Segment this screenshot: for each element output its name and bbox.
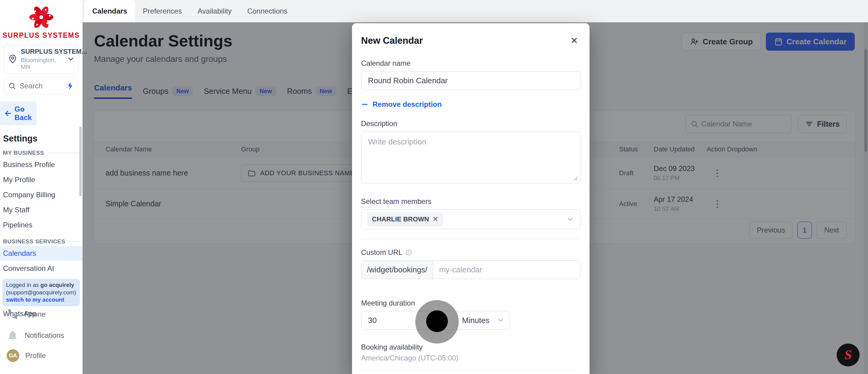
tab-preferences[interactable]: Preferences (135, 0, 190, 22)
sidebar-search[interactable]: Search (4, 78, 79, 94)
duration-unit-select[interactable]: Minutes (457, 311, 509, 329)
tab-connections[interactable]: Connections (239, 0, 295, 22)
remove-description-link[interactable]: Remove description (361, 100, 581, 109)
notifications-button[interactable]: Notifications (7, 329, 64, 341)
tab-availability[interactable]: Availability (190, 0, 239, 22)
info-icon (405, 249, 412, 256)
sidebar-item-my-staff[interactable]: My Staff (0, 203, 82, 217)
sidebar-footer-divider (0, 304, 82, 304)
switch-account-link[interactable]: switch to my account (6, 296, 64, 303)
surplus-systems-logo-icon (24, 5, 59, 30)
custom-url-label: Custom URL (361, 248, 581, 257)
sidebar-item-conversation-ai[interactable]: Conversation AI (0, 261, 82, 276)
cursor-indicator (426, 310, 448, 332)
custom-url-input[interactable] (433, 261, 580, 279)
new-calendar-modal: New Calendar ✕ Calendar name Remove desc… (352, 23, 590, 374)
chevron-down-icon (497, 317, 504, 324)
location-name: SURPLUS SYSTEM... (21, 48, 64, 56)
sidebar: SURPLUS SYSTEMS SURPLUS SYSTEM... Bloomi… (0, 0, 83, 374)
team-member-chip: CHARLIE BROWN ✕ (367, 212, 443, 226)
sidebar-item-pipelines[interactable]: Pipelines (0, 218, 82, 232)
brand-logo: SURPLUS SYSTEMS (0, 0, 82, 39)
close-icon[interactable]: ✕ (568, 34, 581, 47)
settings-heading: Settings (3, 134, 82, 144)
divider (361, 370, 581, 370)
search-icon (8, 82, 16, 90)
sidebar-search-placeholder: Search (20, 82, 61, 90)
phone-icon (7, 308, 19, 320)
calendar-name-input[interactable] (361, 71, 581, 90)
team-members-label: Select team members (361, 197, 581, 206)
arrow-left-icon (4, 110, 12, 117)
booking-availability-label: Booking availability (361, 343, 581, 351)
description-label: Description (361, 119, 581, 128)
sidebar-item-business-profile[interactable]: Business Profile (0, 157, 82, 172)
chip-remove-icon[interactable]: ✕ (433, 215, 438, 223)
team-members-select[interactable]: CHARLIE BROWN ✕ (361, 209, 581, 229)
logged-in-banner: Logged in as go acquirely (support@goacq… (2, 279, 80, 306)
section-business-services: BUSINESS SERVICES (3, 238, 79, 245)
chat-widget-logo-icon: S (844, 348, 853, 362)
location-city: Bloomington, MN (21, 57, 64, 70)
topbar: Calendars Preferences Availability Conne… (83, 0, 868, 22)
chevron-down-icon (566, 215, 574, 223)
description-textarea[interactable] (361, 132, 581, 183)
location-switcher[interactable]: SURPLUS SYSTEM... Bloomington, MN (4, 44, 79, 74)
bell-icon (7, 329, 19, 341)
chat-widget-button[interactable]: S (837, 344, 860, 367)
go-back-button[interactable]: Go Back (0, 102, 37, 125)
tab-calendars[interactable]: Calendars (84, 0, 135, 22)
profile-button[interactable]: GA Profile (7, 349, 46, 362)
sidebar-item-company-billing[interactable]: Company Billing (0, 188, 82, 202)
brand-name: SURPLUS SYSTEMS (0, 31, 82, 39)
minus-icon (361, 101, 368, 108)
calendar-name-label: Calendar name (361, 59, 581, 67)
divider (361, 239, 581, 239)
sidebar-scrollbar[interactable] (79, 127, 82, 196)
section-my-business: MY BUSINESS (3, 150, 79, 156)
timezone-text: America/Chicago (UTC-05:00) (361, 354, 581, 362)
avatar: GA (7, 349, 19, 362)
meeting-duration-label: Meeting duration (361, 299, 581, 307)
custom-url-prefix: /widget/bookings/ (361, 261, 433, 279)
sidebar-item-calendars[interactable]: Calendars (0, 246, 82, 261)
sidebar-item-my-profile[interactable]: My Profile (0, 173, 82, 187)
custom-url-group: /widget/bookings/ (361, 260, 581, 279)
modal-title: New Calendar (361, 35, 423, 46)
map-pin-icon (7, 54, 18, 64)
quick-actions-bolt-icon (65, 81, 74, 90)
phone-button[interactable]: Phone (7, 308, 45, 320)
chevron-down-icon (67, 55, 75, 63)
